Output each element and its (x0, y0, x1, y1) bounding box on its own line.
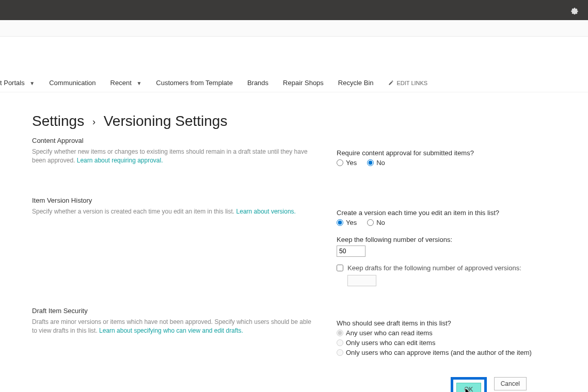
approval-no-radio[interactable] (367, 159, 374, 166)
nav-item-recent[interactable]: Recent ▼ (103, 76, 149, 90)
top-nav: t Portals ▼ Communication Recent ▼ Custo… (0, 74, 588, 92)
page-title: Settings › Versioning Settings (32, 113, 547, 129)
section-version-history: Item Version History Specify whether a v… (32, 197, 547, 286)
nav-item-portals[interactable]: t Portals ▼ (0, 76, 42, 90)
section-heading: Content Approval (32, 137, 316, 144)
history-no-radio[interactable] (367, 219, 374, 226)
draft-opt-edit[interactable]: Only users who can edit items (337, 339, 547, 347)
nav-label: Communication (49, 79, 96, 87)
radio-label: Only users who can approve items (and th… (346, 349, 532, 356)
breadcrumb-settings[interactable]: Settings (32, 113, 84, 129)
radio-label: Yes (346, 159, 357, 167)
history-yes-radio[interactable] (337, 219, 343, 226)
draft-security-radio-group: Any user who can read items Only users w… (337, 329, 547, 356)
keep-drafts-label: Keep drafts for the following number of … (347, 264, 521, 272)
nav-item-repair-shops[interactable]: Repair Shops (276, 76, 331, 90)
draft-approve-radio[interactable] (337, 349, 343, 356)
button-row: OK Cancel (32, 377, 547, 392)
header-spacer (0, 37, 588, 74)
section-description: Specify whether a version is created eac… (32, 207, 316, 216)
section-description: Specify whether new items or changes to … (32, 148, 316, 166)
section-heading: Draft Item Security (32, 307, 316, 315)
breadcrumb-page: Versioning Settings (104, 113, 228, 129)
section-content-approval: Content Approval Specify whether new ite… (32, 137, 547, 176)
draft-edit-radio[interactable] (337, 339, 343, 346)
nav-label: Customers from Template (156, 79, 233, 87)
learn-link-approval[interactable]: Learn about requiring approval. (77, 157, 163, 164)
page-content: Settings › Versioning Settings Content A… (0, 92, 547, 392)
draft-opt-approve[interactable]: Only users who can approve items (and th… (337, 349, 547, 356)
keep-drafts-checkbox[interactable] (337, 265, 343, 271)
keep-versions-label: Keep the following number of versions: (337, 236, 547, 243)
learn-link-versions[interactable]: Learn about versions. (236, 208, 296, 215)
caret-down-icon: ▼ (136, 80, 141, 86)
nav-label: Recent (110, 79, 132, 87)
history-radio-group: Yes No (337, 219, 547, 226)
edit-links-label: EDIT LINKS (397, 80, 428, 86)
nav-label: Brands (247, 79, 268, 87)
draft-opt-any[interactable]: Any user who can read items (337, 329, 547, 337)
nav-item-recycle-bin[interactable]: Recycle Bin (331, 76, 381, 90)
nav-item-communication[interactable]: Communication (42, 76, 103, 90)
section-heading: Item Version History (32, 197, 316, 204)
draft-security-question: Who should see draft items in this list? (337, 319, 547, 327)
history-question: Create a version each time you edit an i… (337, 209, 547, 217)
section-description: Drafts are minor versions or items which… (32, 318, 316, 336)
pencil-icon (388, 80, 394, 86)
breadcrumb-separator-icon: › (92, 117, 96, 127)
ok-highlight-box: OK (451, 377, 487, 392)
radio-label: Any user who can read items (346, 329, 433, 337)
history-no-option[interactable]: No (367, 219, 385, 226)
learn-link-drafts[interactable]: Learn about specifying who can view and … (99, 327, 243, 334)
keep-drafts-row: Keep drafts for the following number of … (337, 264, 547, 272)
radio-label: No (376, 159, 385, 167)
edit-links-button[interactable]: EDIT LINKS (381, 77, 435, 89)
radio-label: No (376, 219, 385, 226)
approval-no-option[interactable]: No (367, 159, 385, 167)
radio-label: Only users who can edit items (346, 339, 435, 347)
approval-question: Require content approval for submitted i… (337, 149, 547, 157)
cancel-button[interactable]: Cancel (494, 377, 527, 390)
radio-label: Yes (346, 219, 357, 226)
top-bar (0, 0, 588, 20)
draft-any-radio[interactable] (337, 330, 343, 336)
nav-item-customers[interactable]: Customers from Template (149, 76, 240, 90)
nav-label: Recycle Bin (338, 79, 374, 87)
ok-button[interactable]: OK (456, 383, 481, 392)
history-yes-option[interactable]: Yes (337, 219, 357, 226)
approval-radio-group: Yes No (337, 159, 547, 167)
caret-down-icon: ▼ (29, 80, 35, 86)
section-draft-security: Draft Item Security Drafts are minor ver… (32, 307, 547, 356)
nav-label: Repair Shops (283, 79, 324, 87)
nav-label: t Portals (0, 79, 25, 87)
sub-bar (0, 20, 588, 37)
approval-yes-option[interactable]: Yes (337, 159, 357, 167)
keep-versions-input[interactable] (337, 246, 365, 257)
keep-drafts-input (347, 275, 376, 286)
nav-item-brands[interactable]: Brands (240, 76, 276, 90)
approval-yes-radio[interactable] (337, 159, 343, 166)
gear-icon[interactable] (570, 6, 579, 14)
